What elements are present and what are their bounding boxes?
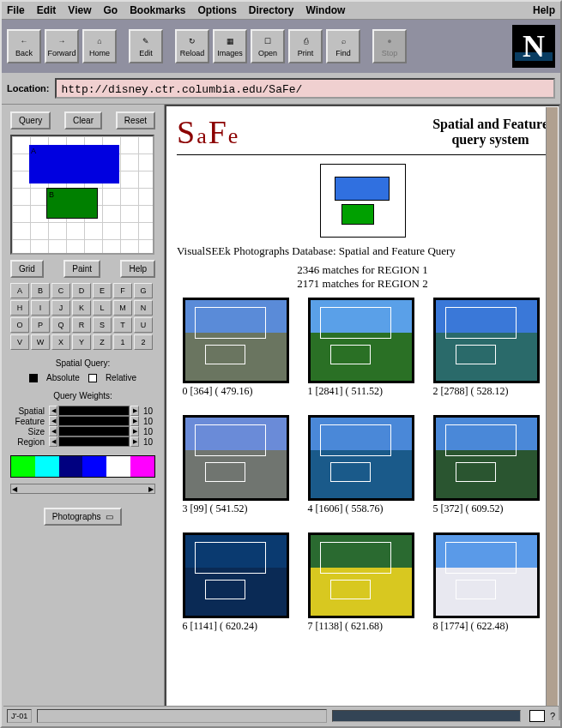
open-button[interactable]: ☐Open — [251, 29, 285, 63]
toolbar-label: Edit — [139, 49, 153, 57]
forward-button[interactable]: →Forward — [45, 29, 79, 63]
weight-label: Feature — [10, 417, 45, 426]
result-item[interactable]: 7 [1138] ( 621.68) — [308, 532, 418, 633]
weight-slider-feature[interactable]: ◀▶ — [58, 416, 130, 426]
result-item[interactable]: 0 [364] ( 479.16) — [183, 298, 293, 398]
result-item[interactable]: 5 [372] ( 609.52) — [433, 415, 543, 515]
letter-T[interactable]: T — [113, 317, 132, 333]
result-thumbnail[interactable] — [433, 532, 540, 618]
result-thumbnail[interactable] — [433, 415, 540, 501]
find-button[interactable]: ⌕Find — [326, 29, 360, 63]
result-item[interactable]: 4 [1606] ( 558.76) — [308, 415, 418, 515]
home-button[interactable]: ⌂Home — [82, 29, 117, 63]
letter-G[interactable]: G — [134, 283, 153, 298]
edit-button[interactable]: ✎Edit — [129, 29, 163, 63]
letter-Z[interactable]: Z — [93, 334, 112, 350]
help-button[interactable]: Help — [120, 260, 155, 278]
letter-2[interactable]: 2 — [134, 334, 153, 350]
content-scrollbar[interactable] — [546, 107, 558, 718]
menu-edit[interactable]: Edit — [37, 4, 57, 16]
images-button[interactable]: ▦Images — [213, 29, 247, 63]
letter-H[interactable]: H — [10, 300, 29, 316]
letter-L[interactable]: L — [93, 300, 112, 316]
clear-button[interactable]: Clear — [64, 111, 102, 129]
safe-logo: SaFe — [177, 113, 239, 151]
database-title: VisualSEEk Photographs Database: Spatial… — [177, 244, 548, 258]
color-swatch[interactable] — [82, 456, 106, 477]
region-a[interactable]: A — [29, 145, 119, 184]
letter-I[interactable]: I — [31, 300, 50, 316]
location-input[interactable]: http://disney.ctr.columbia.edu/SaFe/ — [55, 78, 556, 99]
weight-value: 10 — [143, 417, 155, 426]
result-item[interactable]: 2 [2788] ( 528.12) — [433, 298, 543, 398]
result-item[interactable]: 6 [1141] ( 620.24) — [183, 532, 293, 633]
progress-bar — [332, 710, 521, 722]
letter-R[interactable]: R — [72, 317, 91, 333]
letter-P[interactable]: P — [31, 317, 50, 333]
result-item[interactable]: 8 [1774] ( 622.48) — [433, 532, 543, 633]
mail-icon[interactable] — [529, 710, 545, 722]
menu-view[interactable]: View — [68, 4, 91, 16]
letter-B[interactable]: B — [31, 283, 50, 298]
letter-1[interactable]: 1 — [113, 334, 132, 350]
color-palette[interactable] — [10, 455, 155, 478]
reset-button[interactable]: Reset — [116, 111, 155, 129]
letter-A[interactable]: A — [10, 283, 29, 298]
letter-M[interactable]: M — [113, 300, 132, 316]
letter-J[interactable]: J — [51, 300, 70, 316]
letter-O[interactable]: O — [10, 317, 29, 333]
letter-Q[interactable]: Q — [51, 317, 70, 333]
menu-go[interactable]: Go — [103, 4, 118, 16]
menu-window[interactable]: Window — [306, 4, 346, 16]
back-button[interactable]: ←Back — [7, 29, 41, 63]
letter-F[interactable]: F — [113, 283, 132, 298]
result-item[interactable]: 3 [99] ( 541.52) — [183, 415, 293, 515]
palette-scrollbar[interactable]: ◀▶ — [10, 484, 155, 494]
letter-X[interactable]: X — [51, 334, 70, 350]
color-swatch[interactable] — [35, 456, 59, 477]
region-b[interactable]: B — [46, 188, 98, 219]
result-thumbnail[interactable] — [308, 415, 414, 501]
radio-absolute[interactable] — [29, 374, 38, 382]
letter-N[interactable]: N — [134, 300, 153, 316]
letter-S[interactable]: S — [93, 317, 112, 333]
weight-value: 10 — [143, 437, 155, 447]
letter-W[interactable]: W — [31, 334, 50, 350]
result-item[interactable]: 1 [2841] ( 511.52) — [308, 298, 418, 398]
database-select[interactable]: Photographs ▭ — [44, 508, 122, 526]
menu-file[interactable]: File — [7, 4, 25, 16]
letter-E[interactable]: E — [93, 283, 112, 298]
menu-directory[interactable]: Directory — [249, 4, 294, 16]
result-caption: 5 [372] ( 609.52) — [433, 502, 543, 515]
letter-C[interactable]: C — [51, 283, 70, 298]
result-thumbnail[interactable] — [183, 532, 289, 618]
letter-D[interactable]: D — [72, 283, 91, 298]
menu-bookmarks[interactable]: Bookmarks — [130, 4, 185, 16]
content-pane: SaFe Spatial and Feature query system Vi… — [165, 105, 560, 720]
paint-button[interactable]: Paint — [63, 260, 100, 278]
grid-button[interactable]: Grid — [10, 260, 44, 278]
result-thumbnail[interactable] — [433, 298, 540, 383]
menu-options[interactable]: Options — [198, 4, 237, 16]
radio-relative[interactable] — [88, 374, 97, 382]
result-thumbnail[interactable] — [308, 298, 414, 383]
result-thumbnail[interactable] — [308, 532, 414, 618]
result-thumbnail[interactable] — [183, 298, 289, 383]
print-button[interactable]: ⎙Print — [288, 29, 323, 63]
letter-V[interactable]: V — [10, 334, 29, 350]
query-canvas[interactable]: A B — [10, 135, 154, 255]
color-swatch[interactable] — [59, 456, 83, 477]
letter-Y[interactable]: Y — [72, 334, 91, 350]
menu-help[interactable]: Help — [533, 4, 555, 16]
letter-K[interactable]: K — [72, 300, 91, 316]
result-thumbnail[interactable] — [183, 415, 289, 501]
weight-slider-spatial[interactable]: ◀▶ — [58, 406, 130, 416]
weight-slider-region[interactable]: ◀▶ — [58, 436, 130, 447]
color-swatch[interactable] — [130, 456, 154, 477]
color-swatch[interactable] — [106, 456, 130, 477]
letter-U[interactable]: U — [134, 317, 153, 333]
color-swatch[interactable] — [11, 456, 35, 477]
weight-slider-size[interactable]: ◀▶ — [58, 426, 130, 436]
query-button[interactable]: Query — [10, 111, 51, 129]
reload-button[interactable]: ↻Reload — [175, 29, 209, 63]
